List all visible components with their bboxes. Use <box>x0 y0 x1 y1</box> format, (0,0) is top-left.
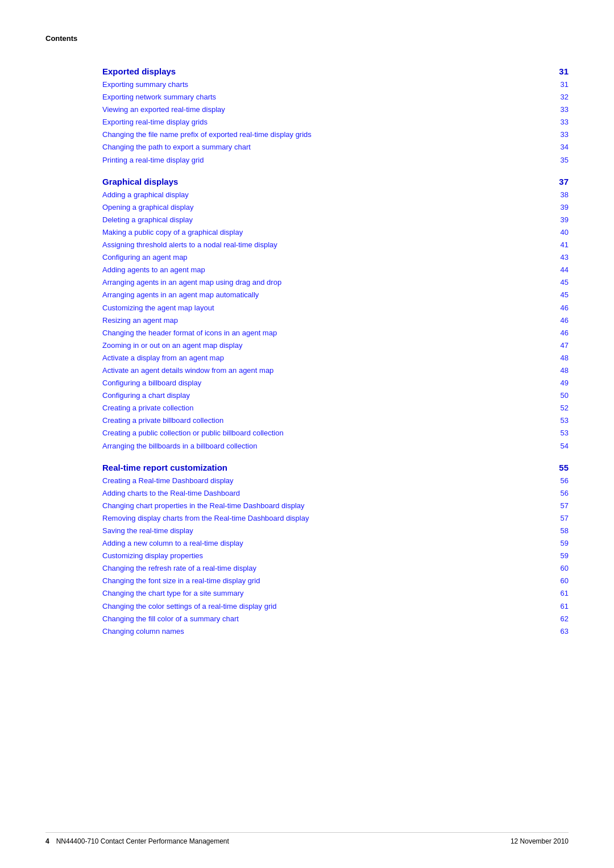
toc-item-text: Removing display charts from the Real-ti… <box>102 512 309 525</box>
toc-item-text: Exporting real-time display grids <box>102 116 208 128</box>
toc-item-text: Configuring a chart display <box>102 389 190 402</box>
toc-item-text: Adding a graphical display <box>102 189 189 201</box>
toc-item-text: Creating a public collection or public b… <box>102 427 284 439</box>
toc-item-text: Changing the fill color of a summary cha… <box>102 613 239 625</box>
toc-item[interactable]: Changing the header format of icons in a… <box>102 327 569 339</box>
toc-item-text: Arranging the billboards in a billboard … <box>102 440 257 452</box>
toc-item-text: Exporting network summary charts <box>102 91 216 103</box>
section-page-exported-displays: 31 <box>559 67 569 76</box>
section-heading-exported-displays[interactable]: Exported displays <box>102 67 176 76</box>
toc-item[interactable]: Creating a public collection or public b… <box>102 427 569 439</box>
toc-item[interactable]: Changing the refresh rate of a real-time… <box>102 562 569 575</box>
toc-item[interactable]: Creating a Real-time Dashboard display56 <box>102 475 569 487</box>
toc-item-text: Changing chart properties in the Real-ti… <box>102 500 305 512</box>
toc-item-text: Creating a Real-time Dashboard display <box>102 475 234 487</box>
toc-item[interactable]: Customizing display properties59 <box>102 550 569 562</box>
toc-item-text: Configuring a billboard display <box>102 377 201 389</box>
toc-item-page: 57 <box>561 512 569 525</box>
toc-item[interactable]: Zooming in or out on an agent map displa… <box>102 339 569 352</box>
toc-item[interactable]: Making a public copy of a graphical disp… <box>102 226 569 239</box>
toc-item[interactable]: Changing the file name prefix of exporte… <box>102 128 569 141</box>
toc-item[interactable]: Changing the color settings of a real-ti… <box>102 600 569 613</box>
toc-item-text: Changing the path to export a summary ch… <box>102 141 251 153</box>
toc-item-text: Saving the real-time display <box>102 525 193 537</box>
toc-item-page: 35 <box>561 154 569 167</box>
toc-item[interactable]: Adding a graphical display38 <box>102 189 569 201</box>
toc-item-page: 44 <box>561 264 569 276</box>
toc-item-page: 46 <box>561 302 569 314</box>
toc-item-page: 60 <box>561 562 569 575</box>
toc-item[interactable]: Resizing an agent map46 <box>102 314 569 327</box>
toc-item[interactable]: Adding a new column to a real-time displ… <box>102 537 569 550</box>
toc-item[interactable]: Changing the path to export a summary ch… <box>102 141 569 153</box>
toc-item[interactable]: Configuring an agent map43 <box>102 251 569 264</box>
toc-item-text: Changing the refresh rate of a real-time… <box>102 562 256 575</box>
toc-item-page: 41 <box>561 239 569 251</box>
toc-item-text: Customizing the agent map layout <box>102 302 214 314</box>
toc-item-page: 39 <box>561 214 569 226</box>
toc-item-page: 46 <box>561 314 569 327</box>
toc-item[interactable]: Adding charts to the Real-time Dashboard… <box>102 487 569 500</box>
toc-item-page: 59 <box>561 537 569 550</box>
toc-item-page: 52 <box>561 402 569 414</box>
toc-item[interactable]: Creating a private billboard collection5… <box>102 414 569 427</box>
toc-item[interactable]: Arranging agents in an agent map automat… <box>102 289 569 301</box>
toc-item-text: Printing a real-time display grid <box>102 154 204 167</box>
toc-item[interactable]: Deleting a graphical display39 <box>102 214 569 226</box>
footer-page-number: 4 <box>45 837 49 845</box>
toc-item[interactable]: Customizing the agent map layout46 <box>102 302 569 314</box>
toc-item[interactable]: Printing a real-time display grid35 <box>102 154 569 167</box>
toc-item[interactable]: Saving the real-time display58 <box>102 525 569 537</box>
toc-item-page: 33 <box>561 103 569 116</box>
page-footer: 4 NN44400-710 Contact Center Performance… <box>45 832 569 845</box>
toc-item[interactable]: Changing the fill color of a summary cha… <box>102 613 569 625</box>
toc-item-page: 50 <box>561 389 569 402</box>
toc-item[interactable]: Changing the chart type for a site summa… <box>102 587 569 600</box>
toc-item-page: 34 <box>561 141 569 153</box>
toc-item-page: 56 <box>561 475 569 487</box>
toc-item-page: 39 <box>561 201 569 214</box>
toc-item[interactable]: Removing display charts from the Real-ti… <box>102 512 569 525</box>
toc-item-text: Making a public copy of a graphical disp… <box>102 226 243 239</box>
toc-item[interactable]: Viewing an exported real-time display33 <box>102 103 569 116</box>
toc-item-page: 61 <box>561 587 569 600</box>
toc-item[interactable]: Configuring a billboard display49 <box>102 377 569 389</box>
toc-item-text: Changing column names <box>102 625 184 638</box>
toc-item[interactable]: Activate an agent details window from an… <box>102 364 569 377</box>
toc-item[interactable]: Exporting network summary charts32 <box>102 91 569 103</box>
toc-item[interactable]: Arranging the billboards in a billboard … <box>102 440 569 452</box>
toc-item-page: 32 <box>561 91 569 103</box>
toc-item-text: Adding a new column to a real-time displ… <box>102 537 243 550</box>
toc-item-text: Configuring an agent map <box>102 251 188 264</box>
toc-item[interactable]: Creating a private collection52 <box>102 402 569 414</box>
toc-item-page: 45 <box>561 276 569 289</box>
toc-item-text: Resizing an agent map <box>102 314 178 327</box>
toc-item-page: 38 <box>561 189 569 201</box>
toc-item-page: 62 <box>561 613 569 625</box>
toc-item[interactable]: Opening a graphical display39 <box>102 201 569 214</box>
toc-item[interactable]: Configuring a chart display50 <box>102 389 569 402</box>
toc-item[interactable]: Changing chart properties in the Real-ti… <box>102 500 569 512</box>
toc-item-page: 59 <box>561 550 569 562</box>
toc-item-text: Exporting summary charts <box>102 78 188 91</box>
section-page-realtime-report: 55 <box>559 463 569 472</box>
toc-item-page: 57 <box>561 500 569 512</box>
section-heading-realtime-report[interactable]: Real-time report customization <box>102 463 227 472</box>
toc-item[interactable]: Assigning threshold alerts to a nodal re… <box>102 239 569 251</box>
section-heading-graphical-displays[interactable]: Graphical displays <box>102 177 178 186</box>
toc-item-page: 43 <box>561 251 569 264</box>
toc-item-text: Creating a private collection <box>102 402 193 414</box>
toc-item[interactable]: Exporting summary charts31 <box>102 78 569 91</box>
toc-item-page: 60 <box>561 575 569 587</box>
toc-item-text: Changing the chart type for a site summa… <box>102 587 244 600</box>
toc-item[interactable]: Activate a display from an agent map48 <box>102 352 569 364</box>
toc-item-page: 53 <box>561 414 569 427</box>
toc-item[interactable]: Adding agents to an agent map44 <box>102 264 569 276</box>
toc-item[interactable]: Exporting real-time display grids33 <box>102 116 569 128</box>
toc-item-text: Deleting a graphical display <box>102 214 193 226</box>
toc-item-page: 61 <box>561 600 569 613</box>
toc-item[interactable]: Arranging agents in an agent map using d… <box>102 276 569 289</box>
toc-item[interactable]: Changing column names63 <box>102 625 569 638</box>
toc-item-page: 53 <box>561 427 569 439</box>
toc-item[interactable]: Changing the font size in a real-time di… <box>102 575 569 587</box>
